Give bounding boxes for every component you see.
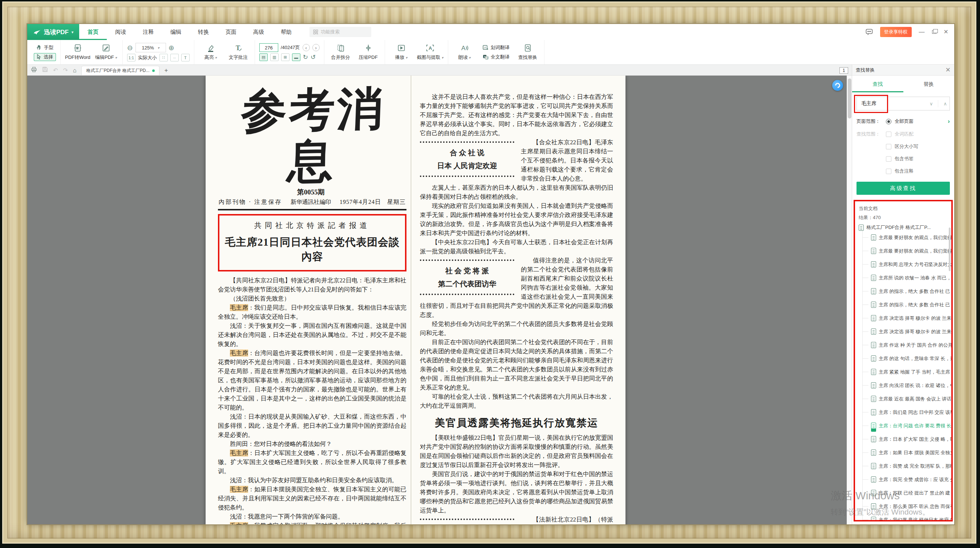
login-button[interactable]: 登录享特权 xyxy=(880,27,912,37)
tab-replace[interactable]: 替换 xyxy=(904,76,955,92)
two-page-view-button[interactable]: ▥ xyxy=(270,53,278,61)
rotate-clockwise-button[interactable]: ↻ xyxy=(303,53,308,61)
text-annotation-button[interactable]: T 文字批注 xyxy=(226,44,250,61)
chevron-right-icon[interactable]: › xyxy=(948,118,950,125)
document-tab[interactable]: 格式工厂PDF合并 格式工厂PD... xyxy=(81,66,159,75)
checkbox-annotations[interactable] xyxy=(886,169,891,174)
ribbon-tab[interactable]: 注释 xyxy=(134,24,162,40)
find-previous-icon[interactable]: ∧ xyxy=(943,101,947,107)
search-result-item[interactable]: 主席：台湾 问题 也许 要花 费很 长时 xyxy=(863,419,951,432)
search-result-item[interactable]: 主席：我们是 同志 日中邦 交应 该早 xyxy=(863,406,951,419)
new-tab-button[interactable]: + xyxy=(165,67,168,74)
close-button[interactable]: ✕ xyxy=(944,29,948,35)
highlight-label: 高亮 xyxy=(205,54,214,61)
fit-text-button[interactable]: T xyxy=(181,54,189,61)
search-result-item[interactable]: 主席 作这 种 关于 国共 合作 的公开 xyxy=(863,338,951,352)
print-icon[interactable] xyxy=(31,67,37,74)
scrollbar-thumb[interactable] xyxy=(848,78,851,118)
find-replace-button[interactable]: 查找替换 xyxy=(516,44,540,61)
select-tool-button[interactable]: 选择 xyxy=(34,53,56,61)
zoom-out-button[interactable]: ⊖ xyxy=(127,44,133,52)
search-result-item[interactable]: 主席 决定选 择哥 穆尔卡 的波 兰来讲 xyxy=(863,311,951,325)
page-badge: 1 xyxy=(839,67,848,74)
next-page-button[interactable]: › xyxy=(312,44,320,51)
ribbon-tab[interactable]: 帮助 xyxy=(272,24,300,40)
search-result-item[interactable]: 主席最 要好朋友 的观点，我们觉得 xyxy=(863,231,951,244)
fit-page-button[interactable]: ∷ xyxy=(159,54,168,61)
search-result-item[interactable]: 主席所 说的 吹皱一 池春 水 而已，没 xyxy=(863,271,951,285)
tab-find[interactable]: 查找 xyxy=(852,76,904,92)
pdf-to-word-button[interactable]: PDF转Word xyxy=(65,44,91,61)
zoom-in-button[interactable]: ⊕ xyxy=(169,44,174,52)
page-number-input[interactable] xyxy=(259,43,278,52)
document-scrollbar[interactable] xyxy=(847,76,852,524)
search-result-item[interactable]: 主席：如果 日本 摆脱 美国完 全独立 xyxy=(863,446,951,459)
close-icon[interactable]: ✕ xyxy=(945,66,951,74)
minimize-button[interactable]: — xyxy=(919,29,925,35)
word-translate-button[interactable]: A 划词翻译 xyxy=(480,44,512,52)
play-label: 播放 xyxy=(395,54,405,61)
floating-assistant-badge[interactable] xyxy=(832,80,843,91)
search-result-item[interactable]: 主席 紧紧 地握 了手 当时，毛主席 向 xyxy=(863,365,951,379)
search-result-item[interactable]: 主席 的指示，绝大 多数 合作社 已 xyxy=(863,298,951,311)
feedback-chat-icon[interactable] xyxy=(865,29,873,35)
quad-page-view-button[interactable]: ⊞ xyxy=(281,53,290,61)
play-button[interactable]: 播放▾ xyxy=(390,44,414,61)
search-result-item[interactable]: 主席：我们愿 意这 样做日本 政府 的 xyxy=(863,513,951,520)
search-result-item[interactable]: 主席和周 总理大 力号召坚决反对大 xyxy=(863,258,951,271)
function-search-box[interactable]: 功能搜索 xyxy=(309,27,371,37)
results-root-item[interactable]: 格式工厂PDF合并 格式工厂P... xyxy=(859,224,951,231)
fit-width-button[interactable]: ·· xyxy=(170,54,179,61)
search-result-item[interactable]: 主席：我完 全赞 成曾祢：应 该充 分傅 xyxy=(863,473,951,486)
radio-selected-icon[interactable] xyxy=(886,119,891,124)
ribbon-tab[interactable]: 阅读 xyxy=(107,24,134,40)
ribbon-tab[interactable]: 首页 xyxy=(79,24,107,40)
single-page-view-button[interactable]: ▤ xyxy=(259,53,268,61)
restore-button[interactable] xyxy=(932,30,936,34)
read-aloud-button[interactable]: A 朗读▾ xyxy=(453,44,477,61)
full-translate-button[interactable]: A文 全文翻译 xyxy=(480,53,512,61)
advanced-find-button[interactable]: 高级查找 xyxy=(856,182,950,195)
search-result-item[interactable]: 主席 决定选 择哥 穆尔卡 的波 兰来讲 xyxy=(863,325,951,338)
search-result-item[interactable]: 主席：那么美 国不 听从 忠告 而保有 xyxy=(863,500,951,513)
hand-tool-button[interactable]: 手型 xyxy=(34,44,56,52)
highlight-button[interactable]: 高亮▾ xyxy=(199,44,223,61)
undo-icon[interactable]: ↶ xyxy=(53,67,58,74)
home-icon[interactable]: ⌂ xyxy=(73,67,76,74)
merge-split-button[interactable]: 合并拆分 xyxy=(329,44,353,61)
save-icon[interactable] xyxy=(42,67,48,74)
search-result-item[interactable]: 主席最 要好朋友 的观点，我们觉得 xyxy=(863,244,951,258)
edit-pdf-button[interactable]: 编辑PDF▾ xyxy=(94,44,118,61)
ribbon-tab[interactable]: 页面 xyxy=(217,24,245,40)
search-result-item[interactable]: 主席 的这 句话，意味非 常深 长，这 xyxy=(863,352,951,365)
search-result-item[interactable]: 主席 的指示，绝大 多数 合作社 已 xyxy=(863,285,951,298)
search-result-item[interactable]: 主席 向浅沼 团长 说：欢迎 诸位，中 xyxy=(863,379,951,392)
ribbon-tab[interactable]: 高级 xyxy=(245,24,272,40)
newspaper-block: 现实的政府官员们知道如果没有美国人，日本就会遭到共产党侵略而束手无策，因此振作精… xyxy=(420,201,613,238)
find-next-icon[interactable]: ∨ xyxy=(929,101,933,107)
screenshot-extract-button[interactable]: A 截图与提取▾ xyxy=(417,44,444,61)
rotate-counterclockwise-button[interactable]: ↺ xyxy=(310,53,316,61)
paragraph-text: 胜间田：您对日本的侵略的看法如何？ xyxy=(230,440,332,447)
app-logo-menu[interactable]: 迅读PDF ▾ xyxy=(27,24,79,40)
tree-connector xyxy=(863,412,869,413)
search-result-item[interactable]: 主席：我赞 成 完全 取消军 队，那时 xyxy=(863,459,951,473)
compress-pdf-button[interactable]: 压缩PDF xyxy=(356,44,380,61)
checkbox-bookmarks[interactable] xyxy=(886,156,891,162)
fit-horizontal-view-button[interactable]: ▬ xyxy=(292,53,301,61)
checkbox-case[interactable] xyxy=(886,144,891,149)
ribbon-tab[interactable]: 编辑 xyxy=(162,24,189,40)
document-canvas[interactable]: 参考消息 內部刊物 · 注意保存 第0055期 新华通訊社編印 1957年4月2… xyxy=(27,76,852,524)
ribbon-tab[interactable]: 转换 xyxy=(189,24,217,40)
actual-size-icon[interactable]: 1:1 xyxy=(127,54,135,61)
block-text: 这并不是说日本人喜欢共产党，但是有这样一种信心：日本在西方军事力量的支持下能够遏… xyxy=(420,93,613,137)
search-result-item[interactable]: 主席：日本 扩大军 国主 义侵 略，吃 xyxy=(863,432,951,446)
redo-icon[interactable]: ↷ xyxy=(63,67,68,74)
search-result-item[interactable]: 主席：苏联 已经 提出了 禁止的 建 xyxy=(863,486,951,500)
search-result-item[interactable]: 主席最 近在 最高 国务 会议上 讲话 xyxy=(863,392,951,406)
previous-page-button[interactable]: ‹ xyxy=(302,44,310,51)
checkbox-whole-word[interactable] xyxy=(886,132,891,137)
newspaper-block: 目前正在中国访问的代表团同第二个社会党代表团的不同在于，目前的代表团的使命是商定… xyxy=(420,338,613,392)
zoom-level-select[interactable]: 125%▾ xyxy=(135,43,166,53)
results-scrollbar-thumb[interactable] xyxy=(949,228,951,271)
